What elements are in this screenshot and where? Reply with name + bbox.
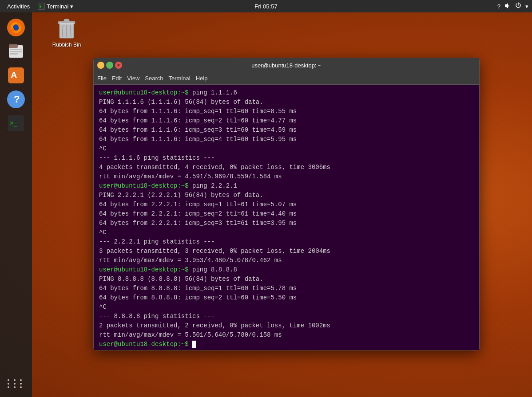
terminal-line: user@ubuntu18-desktop:~$ ping 8.8.8.8: [99, 265, 474, 275]
svg-rect-8: [10, 51, 22, 52]
terminal-line: 4 packets transmitted, 4 received, 0% pa…: [99, 163, 474, 172]
menu-edit[interactable]: Edit: [112, 75, 122, 82]
trash-label: Rubbish Bin: [52, 42, 81, 48]
terminal-line: rtt min/avg/max/mdev = 5.501/5.640/5.780…: [99, 330, 474, 340]
minimize-button[interactable]: [97, 62, 104, 69]
titlebar-controls: ✕: [97, 62, 122, 69]
terminal-window: ✕ user@ubuntu18-desktop: ~ File Edit Vie…: [93, 58, 480, 350]
terminal-line: user@ubuntu18-desktop:~$ ping 1.1.1.6: [99, 88, 474, 98]
dock-firefox[interactable]: [5, 17, 27, 38]
dock-appstore[interactable]: A: [5, 65, 27, 86]
dock-files[interactable]: [5, 41, 27, 62]
terminal-line: 64 bytes from 2.2.2.1: icmp_seq=2 ttl=61…: [99, 209, 474, 219]
terminal-line: PING 1.1.1.6 (1.1.1.6) 56(84) bytes of d…: [99, 98, 474, 107]
menu-search[interactable]: Search: [145, 75, 163, 82]
terminal-prompt-last: user@ubuntu18-desktop:~$: [99, 341, 192, 348]
svg-rect-9: [10, 53, 18, 55]
terminal-line: ^C: [99, 144, 474, 153]
terminal-prompt: user@ubuntu18-desktop:~$: [99, 266, 192, 273]
terminal-line: 64 bytes from 1.1.1.6: icmp_seq=2 ttl=60…: [99, 116, 474, 126]
terminal-app-menu[interactable]: $ Terminal ▾: [35, 3, 76, 10]
topbar-datetime: Fri 05:57: [254, 3, 277, 10]
terminal-line: --- 2.2.2.1 ping statistics ---: [99, 237, 474, 247]
topbar-right: ? ▾: [497, 2, 528, 11]
svg-rect-23: [60, 23, 74, 24]
trash-icon-image: [55, 17, 78, 40]
terminal-line: --- 8.8.8.8 ping statistics ---: [99, 312, 474, 321]
terminal-line: user@ubuntu18-desktop:~$: [99, 340, 474, 349]
terminal-titlebar: ✕ user@ubuntu18-desktop: ~: [94, 58, 479, 72]
svg-rect-7: [10, 49, 22, 50]
terminal-line: 64 bytes from 1.1.1.6: icmp_seq=3 ttl=60…: [99, 126, 474, 135]
terminal-line: PING 2.2.2.1 (2.2.2.1) 56(84) bytes of d…: [99, 191, 474, 200]
activities-button[interactable]: Activities: [4, 3, 33, 10]
terminal-line: 64 bytes from 8.8.8.8: icmp_seq=1 ttl=60…: [99, 284, 474, 293]
dock-terminal[interactable]: >_: [5, 113, 27, 134]
terminal-line: 3 packets transmitted, 3 received, 0% pa…: [99, 247, 474, 256]
terminal-command: ping 8.8.8.8: [192, 266, 237, 273]
topbar-left: Activities $ Terminal ▾: [4, 3, 76, 10]
close-button[interactable]: ✕: [115, 62, 122, 69]
terminal-line: --- 1.1.1.6 ping statistics ---: [99, 153, 474, 163]
svg-rect-10: [9, 44, 18, 48]
terminal-prompt: user@ubuntu18-desktop:~$: [99, 182, 192, 189]
desktop-trash-icon[interactable]: Rubbish Bin: [49, 17, 84, 48]
terminal-line: 64 bytes from 2.2.2.1: icmp_seq=3 ttl=61…: [99, 219, 474, 228]
terminal-app-label: Terminal: [47, 3, 68, 10]
terminal-line: ^C: [99, 303, 474, 312]
svg-text:?: ?: [14, 94, 20, 105]
terminal-prompt: user@ubuntu18-desktop:~$: [99, 89, 192, 96]
topbar-right-arrow[interactable]: ▾: [525, 3, 528, 10]
terminal-line: 64 bytes from 2.2.2.1: icmp_seq=1 ttl=61…: [99, 200, 474, 209]
terminal-content[interactable]: user@ubuntu18-desktop:~$ ping 1.1.1.6PIN…: [94, 85, 479, 350]
terminal-menubar: File Edit View Search Terminal Help: [94, 72, 479, 85]
terminal-line: PING 8.8.8.8 (8.8.8.8) 56(84) bytes of d…: [99, 275, 474, 284]
terminal-app-arrow: ▾: [70, 3, 73, 10]
terminal-line: 2 packets transmitted, 2 received, 0% pa…: [99, 321, 474, 330]
svg-text:>_: >_: [10, 119, 17, 127]
terminal-line: user@ubuntu18-desktop:~$ ping 2.2.2.1: [99, 181, 474, 191]
menu-view[interactable]: View: [127, 75, 139, 82]
titlebar-title: user@ubuntu18-desktop: ~: [251, 62, 321, 69]
terminal-line: 64 bytes from 1.1.1.6: icmp_seq=1 ttl=60…: [99, 107, 474, 116]
topbar: Activities $ Terminal ▾ Fri 05:57 ?: [0, 0, 532, 12]
dock-apps-grid[interactable]: [8, 379, 24, 388]
menu-help[interactable]: Help: [196, 75, 208, 82]
menu-file[interactable]: File: [97, 75, 107, 82]
terminal-command: ping 2.2.2.1: [192, 182, 237, 189]
dock-help[interactable]: ?: [5, 89, 27, 110]
topbar-help-icon[interactable]: ?: [497, 3, 500, 10]
dock: A ? >_: [0, 12, 32, 397]
desktop: Activities $ Terminal ▾ Fri 05:57 ?: [0, 0, 532, 397]
topbar-power-icon[interactable]: [515, 2, 522, 11]
terminal-line: ^C: [99, 228, 474, 237]
terminal-line: 64 bytes from 8.8.8.8: icmp_seq=2 ttl=60…: [99, 293, 474, 303]
menu-terminal[interactable]: Terminal: [169, 75, 191, 82]
topbar-volume-icon[interactable]: [504, 2, 511, 11]
svg-rect-22: [64, 19, 69, 22]
terminal-command: ping 1.1.1.6: [192, 89, 237, 96]
terminal-app-icon: $: [38, 3, 45, 10]
svg-text:$: $: [39, 4, 41, 8]
terminal-cursor: [192, 341, 196, 348]
terminal-line: rtt min/avg/max/mdev = 3.953/4.480/5.078…: [99, 256, 474, 265]
terminal-line: 64 bytes from 1.1.1.6: icmp_seq=4 ttl=60…: [99, 135, 474, 144]
maximize-button[interactable]: [106, 62, 113, 69]
svg-text:A: A: [11, 70, 17, 80]
terminal-line: rtt min/avg/max/mdev = 4.591/5.969/8.559…: [99, 172, 474, 181]
